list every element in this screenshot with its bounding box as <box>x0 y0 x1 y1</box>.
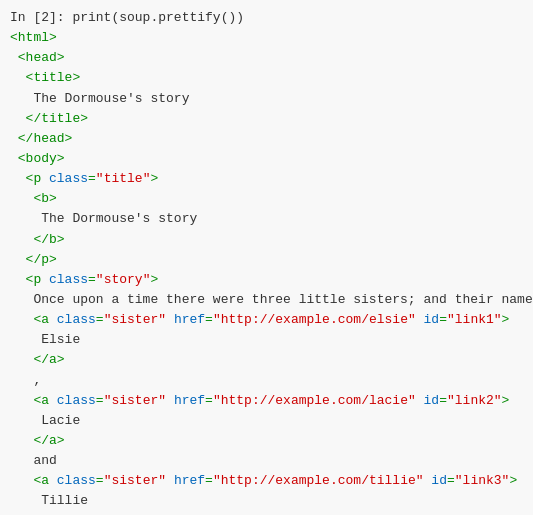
code-line: </a> <box>0 350 533 370</box>
code-line: <html> <box>0 28 533 48</box>
code-line: , <box>0 371 533 391</box>
code-line: <p class="title"> <box>0 169 533 189</box>
prompt-line: In [2]: print(soup.prettify()) <box>0 8 533 28</box>
code-line: <a class="sister" href="http://example.c… <box>0 471 533 491</box>
code-line: </head> <box>0 129 533 149</box>
code-line: <head> <box>0 48 533 68</box>
code-line: <a class="sister" href="http://example.c… <box>0 391 533 411</box>
code-line: <title> <box>0 68 533 88</box>
code-line: </a> <box>0 431 533 451</box>
code-line: <p class="story"> <box>0 270 533 290</box>
code-line: <b> <box>0 189 533 209</box>
code-line: <a class="sister" href="http://example.c… <box>0 310 533 330</box>
code-line: </b> <box>0 230 533 250</box>
code-container: In [2]: print(soup.prettify()) <html> <h… <box>0 0 533 515</box>
code-line: Lacie <box>0 411 533 431</box>
code-line: Elsie <box>0 330 533 350</box>
code-line: </a> <box>0 512 533 515</box>
code-line: </title> <box>0 109 533 129</box>
code-line: Tillie <box>0 491 533 511</box>
code-line: and <box>0 451 533 471</box>
code-line: <body> <box>0 149 533 169</box>
code-line: </p> <box>0 250 533 270</box>
code-line: The Dormouse's story <box>0 89 533 109</box>
code-line: Once upon a time there were three little… <box>0 290 533 310</box>
code-line: The Dormouse's story <box>0 209 533 229</box>
